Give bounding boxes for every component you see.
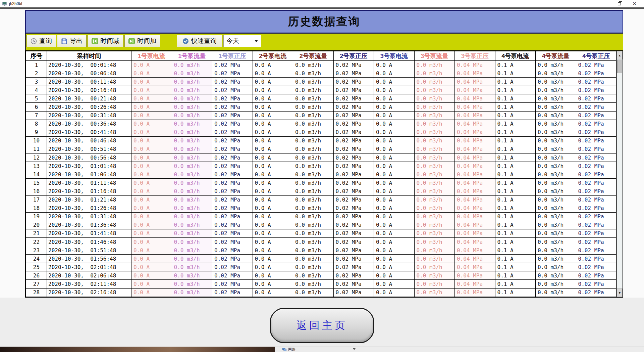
table-cell: 0.0 m3/h [414,103,455,111]
table-row[interactable]: 192020-10-30, 01:31:480.0 A0.0 m3/h0.02 … [26,212,616,221]
table-cell: 0.0 A [131,103,172,111]
table-row[interactable]: 102020-10-30, 00:46:480.0 A0.0 m3/h0.02 … [26,136,616,145]
table-cell: 2020-10-30, 00:46:48 [47,136,131,145]
table-cell: 0.02 MPa [333,255,374,263]
table-row[interactable]: 92020-10-30, 00:41:480.0 A0.0 m3/h0.02 M… [26,128,616,136]
table-cell: 0.0 m3/h [293,162,334,170]
table-cell: 0.02 MPa [212,237,253,246]
table-row[interactable]: 62020-10-30, 00:26:480.0 A0.0 m3/h0.02 M… [26,103,616,111]
table-cell: 0.0 m3/h [293,120,334,128]
table-row[interactable]: 152020-10-30, 01:11:480.0 A0.0 m3/h0.02 … [26,179,616,187]
table-cell: 0.1 A [495,255,536,263]
table-cell: 0.0 m3/h [536,86,576,94]
table-cell: 0.0 A [253,103,293,111]
table-cell: 2020-10-30, 00:21:48 [47,94,131,103]
table-row[interactable]: 52020-10-30, 00:21:480.0 A0.0 m3/h0.02 M… [26,94,616,103]
time-minus-button[interactable]: 时间减 [88,35,123,47]
table-cell: 0.0 m3/h [414,94,455,103]
table-cell: 0.1 A [495,78,536,86]
table-cell: 0.0 m3/h [293,187,334,195]
table-row[interactable]: 212020-10-30, 01:41:480.0 A0.0 m3/h0.02 … [26,229,616,237]
quick-range-select[interactable]: 今天 [223,35,261,47]
main-panel: 历史数据查询 查询 导出 时间减 [25,9,623,298]
table-row[interactable]: 272020-10-30, 02:11:480.0 A0.0 m3/h0.02 … [26,280,616,288]
table-cell: 0.02 MPa [333,263,374,271]
back-home-button[interactable]: 返回主页 [270,308,374,343]
table-cell: 0.1 A [495,179,536,187]
table-cell: 0.0 A [374,128,415,136]
table-row[interactable]: 262020-10-30, 02:06:480.0 A0.0 m3/h0.02 … [26,271,616,280]
table-row[interactable]: 32020-10-30, 00:11:480.0 A0.0 m3/h0.02 M… [26,78,616,86]
scrollbar-down-arrow[interactable]: ▼ [617,289,623,297]
table-cell: 0.0 m3/h [536,221,576,229]
table-cell: 0.02 MPa [576,255,616,263]
table-row[interactable]: 222020-10-30, 01:46:480.0 A0.0 m3/h0.02 … [26,237,616,246]
taskbar-chevron-down-icon[interactable] [353,348,356,350]
table-row[interactable]: 172020-10-30, 01:21:480.0 A0.0 m3/h0.02 … [26,195,616,204]
table-row[interactable]: 202020-10-30, 01:36:480.0 A0.0 m3/h0.02 … [26,221,616,229]
table-row[interactable]: 232020-10-30, 01:51:480.0 A0.0 m3/h0.02 … [26,246,616,255]
table-row[interactable]: 42020-10-30, 00:16:480.0 A0.0 m3/h0.02 M… [26,86,616,94]
table-cell: 0.1 A [495,69,536,78]
table-cell: 0.1 A [495,280,536,288]
table-cell: 0.0 m3/h [414,111,455,120]
table-row[interactable]: 162020-10-30, 01:16:480.0 A0.0 m3/h0.02 … [26,187,616,195]
table-cell: 2020-10-30, 01:11:48 [47,179,131,187]
table-row[interactable]: 122020-10-30, 00:56:480.0 A0.0 m3/h0.02 … [26,153,616,162]
table-cell: 0.0 m3/h [172,179,212,187]
table-cell: 0.02 MPa [212,103,253,111]
table-cell: 0.0 m3/h [414,288,455,297]
table-row[interactable]: 252020-10-30, 02:01:480.0 A0.0 m3/h0.02 … [26,263,616,271]
table-cell: 0.02 MPa [212,61,253,69]
table-cell: 0.0 A [131,229,172,237]
time-plus-button[interactable]: 时间加 [124,35,160,47]
table-cell: 0.02 MPa [333,111,374,120]
table-cell: 0.04 MPa [455,78,495,86]
query-button[interactable]: 查询 [26,35,56,47]
close-button[interactable]: ✕ [627,0,642,7]
table-row[interactable]: 132020-10-30, 01:01:480.0 A0.0 m3/h0.02 … [26,162,616,170]
table-cell: 0.0 A [253,246,293,255]
table-cell: 0.0 m3/h [536,153,576,162]
table-cell: 0.02 MPa [333,162,374,170]
table-cell: 0.0 m3/h [172,128,212,136]
table-row[interactable]: 72020-10-30, 00:31:480.0 A0.0 m3/h0.02 M… [26,111,616,120]
table-cell: 0.1 A [495,263,536,271]
table-row[interactable]: 142020-10-30, 01:06:480.0 A0.0 m3/h0.02 … [26,170,616,179]
table-cell: 2020-10-30, 00:11:48 [47,78,131,86]
table-cell: 0.0 m3/h [293,179,334,187]
table-cell: 2020-10-30, 00:31:48 [47,111,131,120]
table-row[interactable]: 22020-10-30, 00:06:480.0 A0.0 m3/h0.02 M… [26,69,616,78]
table-cell: 0.0 m3/h [414,153,455,162]
restore-button[interactable] [612,0,627,7]
table-row[interactable]: 182020-10-30, 01:26:480.0 A0.0 m3/h0.02 … [26,204,616,212]
table-cell: 0.0 A [374,263,415,271]
table-cell: 0.0 m3/h [414,237,455,246]
scrollbar-up-arrow[interactable]: ▲ [617,51,623,59]
table-cell: 0.1 A [495,271,536,280]
table-cell: 0.0 A [253,288,293,297]
table-cell: 0.0 A [374,94,415,103]
table-cell: 24 [26,255,47,263]
table-cell: 0.02 MPa [576,103,616,111]
table-row[interactable]: 242020-10-30, 01:56:480.0 A0.0 m3/h0.02 … [26,255,616,263]
table-cell: 20 [26,221,47,229]
taskbar-fragment[interactable]: 网络 [275,347,644,352]
table-row[interactable]: 12020-10-30, 00:01:480.0 A0.0 m3/h0.02 M… [26,61,616,69]
table-cell: 0.0 A [374,288,415,297]
export-button[interactable]: 导出 [57,35,87,47]
table-cell: 0.0 A [131,153,172,162]
table-row[interactable]: 82020-10-30, 00:36:480.0 A0.0 m3/h0.02 M… [26,120,616,128]
table-scrollbar[interactable]: ▲ ▼ [616,51,623,297]
table-row[interactable]: 282020-10-30, 02:16:480.0 A0.0 m3/h0.02 … [26,288,616,297]
table-cell: 0.0 m3/h [414,255,455,263]
scrollbar-track[interactable] [617,74,623,289]
table-cell: 0.0 A [131,246,172,255]
table-cell: 2020-10-30, 01:46:48 [47,237,131,246]
quick-query-button[interactable]: 快速查询 [177,35,222,47]
table-row[interactable]: 112020-10-30, 00:51:480.0 A0.0 m3/h0.02 … [26,145,616,153]
table-cell: 0.0 A [374,195,415,204]
minimize-button[interactable] [597,0,612,7]
scrollbar-thumb[interactable] [617,60,622,73]
table-cell: 0.04 MPa [455,195,495,204]
